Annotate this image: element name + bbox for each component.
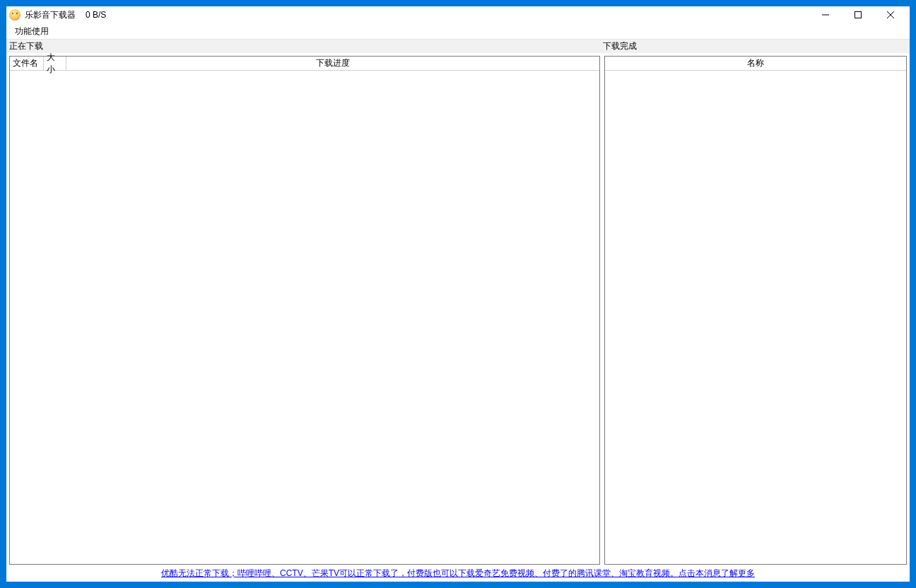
completed-panel: 名称 bbox=[604, 56, 907, 565]
section-downloading-label: 正在下载 bbox=[6, 40, 600, 52]
minimize-icon bbox=[822, 11, 829, 18]
downloading-panel: 文件名 大小 下载进度 bbox=[9, 56, 600, 565]
close-button[interactable] bbox=[874, 6, 907, 23]
downloading-table-header: 文件名 大小 下载进度 bbox=[10, 57, 599, 71]
svg-rect-1 bbox=[855, 12, 862, 18]
maximize-button[interactable] bbox=[842, 6, 874, 23]
footer-notice-link[interactable]: 优酷无法正常下载；哔哩哔哩、CCTV、芒果TV可以正常下载了，付费版也可以下载爱… bbox=[161, 568, 755, 580]
window-controls bbox=[809, 6, 907, 23]
close-icon bbox=[887, 11, 894, 18]
titlebar: 乐影音下载器 0 B/S bbox=[6, 6, 910, 23]
maximize-icon bbox=[855, 11, 862, 18]
column-filename[interactable]: 文件名 bbox=[10, 57, 44, 71]
completed-table-body[interactable] bbox=[605, 71, 906, 564]
content-area: 文件名 大小 下载进度 名称 bbox=[6, 53, 910, 565]
downloading-table-body[interactable] bbox=[10, 71, 599, 564]
menu-function-use[interactable]: 功能使用 bbox=[9, 24, 54, 39]
completed-table-header: 名称 bbox=[605, 57, 906, 71]
section-completed-label: 下载完成 bbox=[600, 40, 910, 52]
section-labels: 正在下载 下载完成 bbox=[6, 39, 910, 53]
footer: 优酷无法正常下载；哔哩哔哩、CCTV、芒果TV可以正常下载了，付费版也可以下载爱… bbox=[6, 565, 910, 582]
download-speed: 0 B/S bbox=[86, 10, 106, 20]
column-size[interactable]: 大小 bbox=[44, 57, 66, 71]
app-window: 乐影音下载器 0 B/S 功能使用 正在下载 下载完成 文件名 大小 下载进度 bbox=[6, 6, 910, 582]
app-icon bbox=[9, 9, 20, 20]
menubar: 功能使用 bbox=[6, 23, 910, 39]
minimize-button[interactable] bbox=[809, 6, 842, 23]
column-progress[interactable]: 下载进度 bbox=[66, 57, 599, 71]
app-title: 乐影音下载器 bbox=[25, 9, 76, 21]
column-name[interactable]: 名称 bbox=[605, 57, 906, 71]
